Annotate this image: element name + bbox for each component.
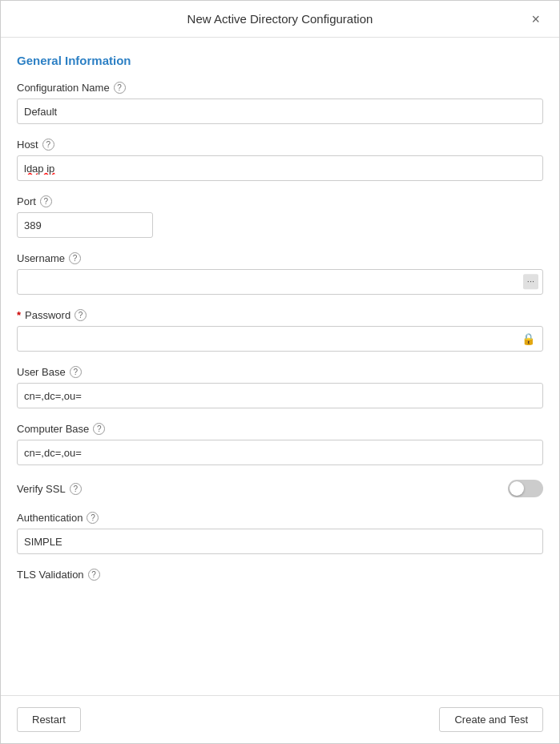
port-input[interactable] <box>17 212 153 238</box>
port-help-icon[interactable]: ? <box>40 195 52 207</box>
user-base-input[interactable] <box>17 383 543 408</box>
password-input-wrapper: 🔒 <box>17 326 543 352</box>
section-general-information: General Information <box>17 54 543 67</box>
restart-button[interactable]: Restart <box>17 707 81 732</box>
configuration-name-input[interactable] <box>17 99 543 124</box>
field-group-password: * Password ? 🔒 <box>17 309 543 352</box>
username-input[interactable] <box>17 269 543 295</box>
verify-ssl-row: Verify SSL ? <box>17 480 543 497</box>
verify-ssl-label: Verify SSL ? <box>17 483 82 495</box>
dialog-header: New Active Directory Configuration × <box>1 1 559 38</box>
dialog-container: New Active Directory Configuration × Gen… <box>0 0 560 744</box>
username-dots-button[interactable]: ··· <box>523 274 538 289</box>
configuration-name-help-icon[interactable]: ? <box>114 82 126 94</box>
verify-ssl-toggle[interactable] <box>508 480 543 497</box>
field-group-configuration-name: Configuration Name ? <box>17 82 543 124</box>
close-button[interactable]: × <box>525 9 546 30</box>
tls-validation-label: TLS Validation ? <box>17 569 543 581</box>
dialog-footer: Restart Create and Test <box>1 695 559 743</box>
field-group-user-base: User Base ? <box>17 366 543 408</box>
tls-validation-help-icon[interactable]: ? <box>88 569 100 581</box>
field-group-port: Port ? <box>17 195 543 238</box>
verify-ssl-help-icon[interactable]: ? <box>70 483 82 495</box>
field-group-computer-base: Computer Base ? <box>17 423 543 465</box>
authentication-help-icon[interactable]: ? <box>87 512 99 524</box>
computer-base-label: Computer Base ? <box>17 423 543 435</box>
computer-base-input[interactable] <box>17 440 543 465</box>
username-label: Username ? <box>17 252 543 264</box>
dialog-title: New Active Directory Configuration <box>187 12 373 26</box>
field-group-tls-validation: TLS Validation ? <box>17 569 543 581</box>
user-base-label: User Base ? <box>17 366 543 378</box>
authentication-label: Authentication ? <box>17 512 543 524</box>
dialog-body: General Information Configuration Name ?… <box>1 38 559 695</box>
password-input[interactable] <box>17 326 543 352</box>
user-base-help-icon[interactable]: ? <box>70 366 82 378</box>
authentication-input[interactable] <box>17 529 543 554</box>
host-input[interactable] <box>17 155 543 181</box>
username-help-icon[interactable]: ? <box>69 252 81 264</box>
field-group-username: Username ? ··· <box>17 252 543 295</box>
field-group-host: Host ? <box>17 139 543 181</box>
field-group-authentication: Authentication ? <box>17 512 543 554</box>
password-required-marker: * <box>17 309 21 321</box>
host-help-icon[interactable]: ? <box>42 139 54 151</box>
host-label: Host ? <box>17 139 543 151</box>
create-and-test-button[interactable]: Create and Test <box>439 707 543 732</box>
password-label: * Password ? <box>17 309 543 321</box>
password-help-icon[interactable]: ? <box>75 309 87 321</box>
configuration-name-label: Configuration Name ? <box>17 82 543 94</box>
computer-base-help-icon[interactable]: ? <box>93 423 105 435</box>
port-label: Port ? <box>17 195 543 207</box>
username-input-wrapper: ··· <box>17 269 543 295</box>
